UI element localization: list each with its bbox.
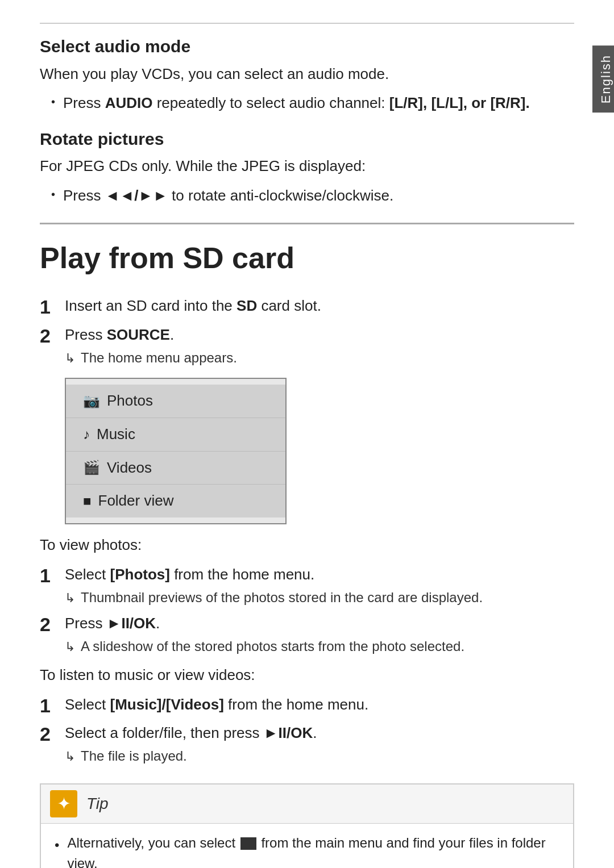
music-step-1: 1 Select [Music]/[Videos] from the home … (40, 694, 574, 717)
music1-suffix: from the home menu. (224, 696, 368, 713)
rotate-pictures-section: Rotate pictures For JPEG CDs only. While… (40, 127, 574, 207)
step2-content: Press SOURCE. ↳ The home menu appears. (65, 324, 574, 368)
music2-suffix: . (313, 724, 317, 741)
photos-icon: 📷 (83, 391, 100, 411)
to-listen-text: To listen to music or view videos: (40, 665, 574, 686)
videos-label: Videos (107, 457, 152, 479)
rotate-pictures-title: Rotate pictures (40, 127, 574, 152)
tip-body: • Alternatively, you can select from the… (41, 824, 573, 868)
tip-text: Alternatively, you can select from the m… (67, 833, 559, 868)
audio-prefix: Press (63, 94, 105, 111)
top-rule (40, 23, 574, 24)
folder-icon: ■ (83, 491, 92, 511)
photo-step1-content: Select [Photos] from the home menu. ↳ Th… (65, 564, 574, 607)
step2-suffix: . (170, 326, 174, 343)
arrow-sym-p1: ↳ (65, 589, 75, 607)
folder-label: Folder view (98, 490, 174, 512)
bullet-dot-2: • (51, 186, 55, 203)
bullet-dot: • (51, 94, 55, 110)
side-tab-label: English (599, 55, 613, 103)
photo2-prefix: Press (65, 615, 107, 632)
menu-item-photos: 📷 Photos (66, 385, 285, 418)
tip-label: Tip (86, 792, 109, 816)
arrow-sym-m2: ↳ (65, 748, 75, 766)
photo1-bold: [Photos] (110, 566, 170, 583)
photo-step-1: 1 Select [Photos] from the home menu. ↳ … (40, 564, 574, 607)
photo-step2-content: Press ►II/OK. ↳ A slideshow of the store… (65, 613, 574, 656)
photo-step1-result: ↳ Thumbnail previews of the photos store… (65, 588, 574, 608)
sd-step-1: 1 Insert an SD card into the SD card slo… (40, 295, 574, 319)
star-symbol: ✦ (57, 791, 71, 816)
step2-text: Press SOURCE. (65, 326, 174, 343)
tip-bullet: • Alternatively, you can select from the… (55, 833, 559, 868)
step2-result: ↳ The home menu appears. (65, 348, 574, 368)
photo-step2-result: ↳ A slideshow of the stored photos start… (65, 637, 574, 657)
music-step-num-2: 2 (40, 723, 65, 746)
step2-bold: SOURCE (107, 326, 170, 343)
rotate-symbol: ◄◄/►► (105, 187, 168, 204)
major-rule (40, 223, 574, 224)
audio-channels: [L/R], [L/L], or [R/R]. (389, 94, 530, 111)
play-from-sd-title: Play from SD card (40, 237, 574, 279)
music2-bold: ►II/OK (264, 724, 313, 741)
photo-step2-result-text: A slideshow of the stored photos starts … (81, 637, 464, 657)
music1-bold: [Music]/[Videos] (110, 696, 224, 713)
menu-inner: 📷 Photos ♪ Music 🎬 Videos ■ Folder view (66, 385, 285, 518)
music-step2-text: Select a folder/file, then press ►II/OK. (65, 724, 317, 741)
music-step1-content: Select [Music]/[Videos] from the home me… (65, 694, 574, 716)
arrow-sym-2: ↳ (65, 349, 75, 368)
rotate-subtitle: For JPEG CDs only. While the JPEG is dis… (40, 156, 574, 177)
photo-step-num-2: 2 (40, 613, 65, 636)
music-icon: ♪ (83, 425, 90, 445)
music-step2-result: ↳ The file is played. (65, 746, 574, 766)
menu-item-folder: ■ Folder view (66, 485, 285, 518)
select-audio-mode-subtitle: When you play VCDs, you can select an au… (40, 64, 574, 85)
page-container: English Select audio mode When you play … (0, 0, 614, 868)
select-audio-mode-title: Select audio mode (40, 34, 574, 59)
step1-text: Insert an SD card into the SD card slot. (65, 297, 321, 314)
tip-star-icon: ✦ (50, 790, 77, 817)
arrow-sym-p2: ↳ (65, 638, 75, 656)
step1-content: Insert an SD card into the SD card slot. (65, 295, 574, 317)
tip-container: ✦ Tip • Alternatively, you can select fr… (40, 783, 574, 868)
photo-step1-result-text: Thumbnail previews of the photos stored … (81, 588, 483, 608)
photo2-suffix: . (156, 615, 160, 632)
play-from-sd-section: Play from SD card 1 Insert an SD card in… (40, 237, 574, 766)
photo1-prefix: Select (65, 566, 110, 583)
audio-suffix: repeatedly to select audio channel: (152, 94, 389, 111)
to-view-photos-text: To view photos: (40, 535, 574, 556)
music-step1-text: Select [Music]/[Videos] from the home me… (65, 696, 368, 713)
audio-bold: AUDIO (105, 94, 153, 111)
music-step2-result-text: The file is played. (81, 746, 187, 766)
audio-mode-text: Press AUDIO repeatedly to select audio c… (63, 93, 530, 114)
music-label: Music (97, 424, 135, 445)
step1-prefix: Insert an SD card into the (65, 297, 237, 314)
photo-step2-text: Press ►II/OK. (65, 615, 160, 632)
tip-header: ✦ Tip (41, 784, 573, 824)
music-step-2: 2 Select a folder/file, then press ►II/O… (40, 723, 574, 766)
music-step2-content: Select a folder/file, then press ►II/OK.… (65, 723, 574, 766)
step-num-2: 2 (40, 324, 65, 348)
select-audio-mode-section: Select audio mode When you play VCDs, yo… (40, 34, 574, 114)
side-tab: English (592, 45, 614, 112)
sd-step-2: 2 Press SOURCE. ↳ The home menu appears. (40, 324, 574, 368)
menu-item-music: ♪ Music (66, 418, 285, 452)
music-step-num-1: 1 (40, 694, 65, 717)
photo2-bold: ►II/OK (107, 615, 156, 632)
step1-bold: SD (237, 297, 257, 314)
folder-inline-icon (240, 837, 256, 850)
photo-step1-text: Select [Photos] from the home menu. (65, 566, 314, 583)
tip-bullet-dot: • (55, 835, 59, 856)
photo-step-num-1: 1 (40, 564, 65, 587)
step-num-1: 1 (40, 295, 65, 319)
audio-mode-bullet: • Press AUDIO repeatedly to select audio… (51, 93, 574, 114)
rotate-prefix: Press (63, 187, 105, 204)
music2-prefix: Select a folder/file, then press (65, 724, 264, 741)
rotate-text: Press ◄◄/►► to rotate anti-clockwise/clo… (63, 185, 393, 207)
step2-result-text: The home menu appears. (81, 348, 237, 368)
tip-prefix: Alternatively, you can select (67, 835, 239, 850)
rotate-suffix: to rotate anti-clockwise/clockwise. (168, 187, 393, 204)
photo1-suffix: from the home menu. (170, 566, 314, 583)
photo-step-2: 2 Press ►II/OK. ↳ A slideshow of the sto… (40, 613, 574, 656)
menu-item-videos: 🎬 Videos (66, 452, 285, 485)
